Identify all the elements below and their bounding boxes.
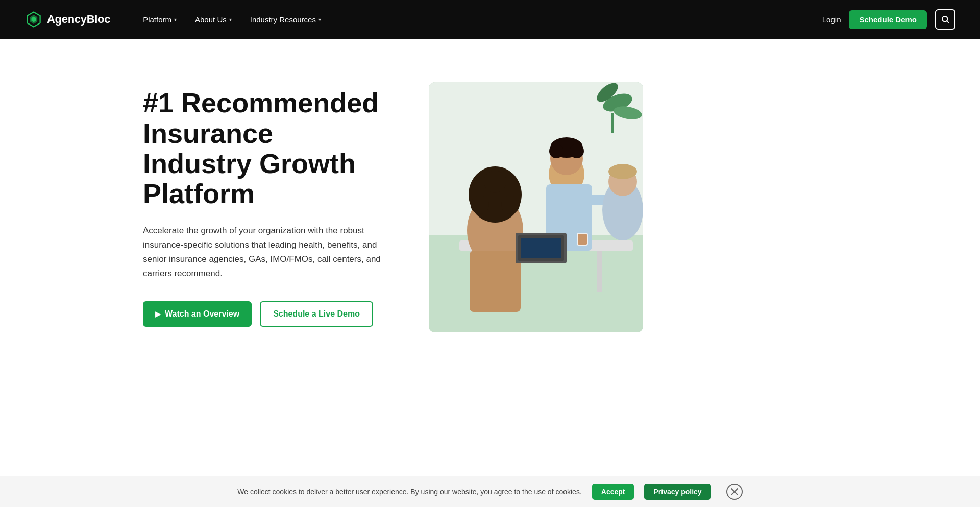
about-us-chevron-icon: ▾: [229, 17, 232, 22]
svg-point-24: [570, 144, 584, 158]
watch-overview-label: Watch an Overview: [165, 309, 239, 319]
play-icon: ▶: [155, 310, 161, 318]
svg-rect-35: [521, 238, 561, 258]
accept-cookies-button[interactable]: Accept: [592, 484, 634, 500]
nav-platform[interactable]: Platform ▾: [135, 11, 185, 28]
cookie-text: We collect cookies to deliver a better u…: [237, 488, 581, 496]
logo-text: AgencyBloc: [47, 13, 110, 26]
login-link[interactable]: Login: [822, 15, 841, 24]
navbar: AgencyBloc Platform ▾ About Us ▾ Industr…: [0, 0, 980, 39]
nav-about-us[interactable]: About Us ▾: [187, 11, 240, 28]
svg-rect-37: [578, 234, 587, 245]
svg-line-4: [947, 21, 948, 22]
svg-rect-10: [611, 113, 614, 133]
hero-illustration: [429, 82, 643, 332]
close-cookie-banner-button[interactable]: [726, 484, 743, 500]
cookie-banner: We collect cookies to deliver a better u…: [0, 476, 980, 507]
svg-rect-19: [470, 251, 521, 312]
hero-buttons: ▶ Watch an Overview Schedule a Live Demo: [143, 301, 388, 327]
search-button[interactable]: [935, 9, 955, 30]
hero-description: Accelerate the growth of your organizati…: [143, 224, 388, 281]
logo-icon: [24, 10, 43, 29]
logo[interactable]: AgencyBloc: [24, 10, 110, 29]
svg-point-32: [608, 164, 637, 179]
nav-links: Platform ▾ About Us ▾ Industry Resources…: [135, 11, 822, 28]
close-icon: [731, 488, 738, 495]
nav-right: Login Schedule Demo: [822, 9, 955, 30]
svg-point-23: [549, 144, 564, 158]
svg-rect-13: [597, 251, 602, 292]
search-icon: [941, 15, 950, 24]
hero-content: #1 Recommended Insurance Industry Growth…: [143, 88, 388, 327]
nav-industry-resources[interactable]: Industry Resources ▾: [242, 11, 329, 28]
schedule-demo-hero-button[interactable]: Schedule a Live Demo: [260, 301, 373, 327]
hero-image: [429, 82, 643, 332]
industry-resources-chevron-icon: ▾: [318, 17, 321, 22]
hero-title: #1 Recommended Insurance Industry Growth…: [143, 88, 388, 209]
svg-point-17: [501, 196, 520, 214]
industry-resources-label: Industry Resources: [250, 15, 316, 24]
watch-overview-button[interactable]: ▶ Watch an Overview: [143, 301, 252, 327]
svg-point-16: [471, 196, 489, 214]
schedule-demo-button[interactable]: Schedule Demo: [849, 10, 927, 29]
privacy-policy-button[interactable]: Privacy policy: [644, 484, 710, 500]
platform-chevron-icon: ▾: [174, 17, 177, 22]
platform-label: Platform: [143, 15, 172, 24]
hero-section: #1 Recommended Insurance Industry Growth…: [0, 39, 980, 376]
svg-point-18: [484, 171, 506, 193]
about-us-label: About Us: [195, 15, 227, 24]
